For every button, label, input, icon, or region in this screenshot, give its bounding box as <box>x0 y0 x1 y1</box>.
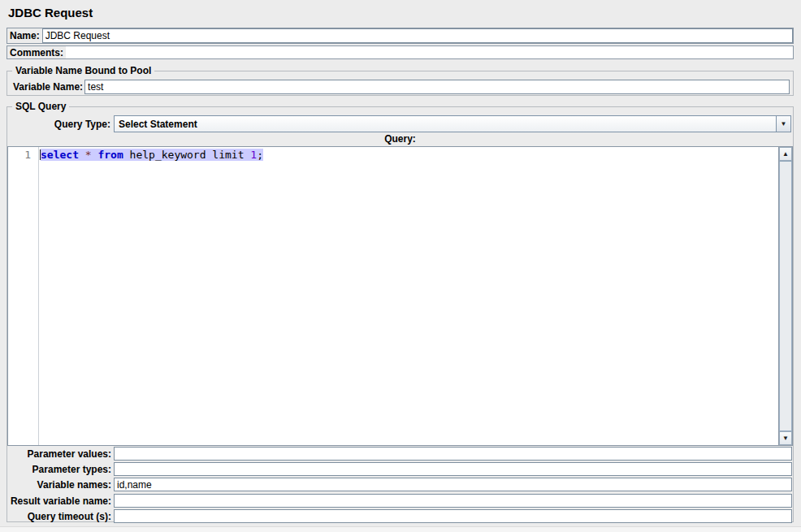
selected-sql-text: select * from help_keyword limit 1; <box>41 149 263 161</box>
sql-token: ; <box>257 149 263 161</box>
query-timeout-row: Query timeout (s): <box>7 509 792 523</box>
result-variable-name-input[interactable] <box>114 494 792 508</box>
page-title: JDBC Request <box>8 6 93 19</box>
sql-token: help_keyword limit <box>123 149 251 161</box>
scroll-up-button[interactable]: ▲ <box>779 147 792 161</box>
variable-name-label: Variable Name: <box>13 81 84 93</box>
comments-label: Comments: <box>7 47 66 58</box>
result-variable-name-row: Result variable name: <box>7 494 792 508</box>
parameter-types-input[interactable] <box>114 462 792 476</box>
arrow-down-icon: ▼ <box>782 435 789 442</box>
line-number: 1 <box>24 149 31 161</box>
jdbc-request-panel: JDBC Request Name: Comments: Variable Na… <box>0 0 801 532</box>
parameter-values-row: Parameter values: <box>7 447 792 461</box>
variable-name-row: Variable Name: <box>13 80 790 94</box>
query-timeout-label: Query timeout (s): <box>7 511 114 522</box>
scroll-down-button[interactable]: ▼ <box>779 431 792 445</box>
comments-input[interactable] <box>66 46 793 58</box>
variable-names-input[interactable] <box>114 478 792 491</box>
query-type-row: Query Type: Select Statement ▼ <box>7 115 791 132</box>
arrow-up-icon: ▲ <box>782 151 789 158</box>
result-variable-name-label: Result variable name: <box>7 495 114 507</box>
sql-code-area[interactable]: select * from help_keyword limit 1; <box>39 147 778 445</box>
sql-token: select <box>41 149 79 161</box>
name-input[interactable] <box>42 28 793 43</box>
variable-pool-group: Variable Name Bound to Pool Variable Nam… <box>6 71 794 96</box>
variable-names-row: Variable names: <box>7 478 792 491</box>
parameter-types-row: Parameter types: <box>7 462 792 476</box>
editor-line-number-gutter: 1 <box>8 147 39 445</box>
sql-token <box>79 149 85 161</box>
parameter-values-label: Parameter values: <box>7 448 114 460</box>
query-timeout-input[interactable] <box>114 509 792 523</box>
query-type-label: Query Type: <box>7 119 114 130</box>
name-label: Name: <box>7 30 42 41</box>
sql-token: 1 <box>250 149 257 161</box>
name-row: Name: <box>6 28 794 44</box>
variable-names-label: Variable names: <box>7 479 114 491</box>
query-type-select[interactable]: Select Statement ▼ <box>114 115 791 132</box>
editor-scrollbar[interactable]: ▲ ▼ <box>778 147 792 445</box>
sql-query-group: SQL Query Query Type: Select Statement ▼… <box>6 106 794 522</box>
sql-token: * <box>85 149 92 161</box>
parameter-types-label: Parameter types: <box>7 464 114 475</box>
variable-name-input[interactable] <box>84 80 790 94</box>
bottom-strip <box>0 526 801 532</box>
scrollbar-thumb[interactable] <box>779 161 792 431</box>
comments-row: Comments: <box>6 45 794 59</box>
sql-editor: 1 select * from help_keyword limit 1; ▲ … <box>7 146 793 446</box>
variable-pool-group-title: Variable Name Bound to Pool <box>12 65 154 76</box>
query-type-dropdown-button[interactable]: ▼ <box>776 116 790 132</box>
parameter-values-input[interactable] <box>114 447 792 461</box>
query-label: Query: <box>7 133 793 145</box>
chevron-down-icon: ▼ <box>781 121 787 128</box>
query-type-value: Select Statement <box>115 116 776 132</box>
sql-query-group-title: SQL Query <box>12 101 69 112</box>
sql-token: from <box>97 149 123 161</box>
